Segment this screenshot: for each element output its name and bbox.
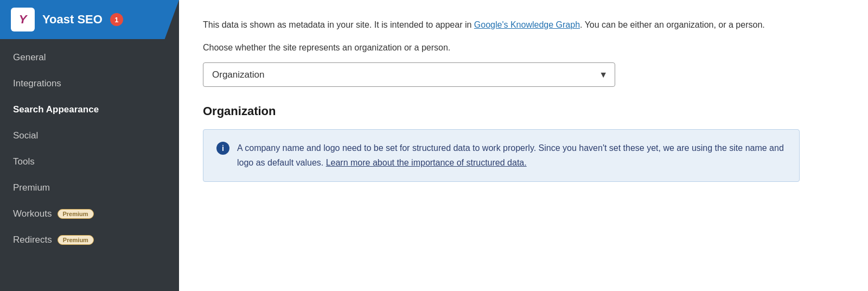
sidebar-item-label: Integrations [13,78,61,89]
sidebar-item-search-appearance[interactable]: Search Appearance [0,97,179,123]
info-box: i A company name and logo need to be set… [203,129,800,181]
sidebar-item-tools[interactable]: Tools [0,149,179,175]
sidebar-item-label: Search Appearance [13,104,99,115]
sidebar-item-label: Premium [13,182,50,193]
sidebar-item-social[interactable]: Social [0,123,179,149]
notification-badge: 1 [110,13,123,26]
sidebar-item-premium[interactable]: Premium [0,175,179,201]
premium-badge: Premium [58,209,94,219]
info-box-text: A company name and logo need to be set f… [237,141,786,170]
premium-badge: Premium [58,235,94,245]
description-text-before-link: This data is shown as metadata in your s… [203,20,474,29]
organization-section-title: Organization [203,104,844,118]
sidebar-item-label: Redirects [13,235,52,245]
select-wrapper: OrganizationPerson ▼ [203,62,615,87]
choose-text: Choose whether the site represents an or… [203,43,844,53]
sidebar-item-label: Tools [13,156,35,167]
info-icon: i [216,142,229,155]
yoast-logo: Y [11,8,35,31]
learn-more-link[interactable]: Learn more about the importance of struc… [326,158,527,167]
sidebar-header: Y Yoast SEO 1 [0,0,179,39]
sidebar-item-redirects[interactable]: RedirectsPremium [0,227,179,253]
description-text-after-link: . You can be either an organization, or … [580,20,765,29]
sidebar-title: Yoast SEO [42,12,103,27]
sidebar-item-integrations[interactable]: Integrations [0,71,179,97]
sidebar-item-label: General [13,52,46,63]
sidebar-nav: GeneralIntegrationsSearch AppearanceSoci… [0,39,179,291]
sidebar-item-general[interactable]: General [0,45,179,71]
knowledge-graph-link[interactable]: Google's Knowledge Graph [474,20,580,29]
main-content: This data is shown as metadata in your s… [179,0,868,291]
organization-select[interactable]: OrganizationPerson [203,62,615,87]
sidebar: Y Yoast SEO 1 GeneralIntegrationsSearch … [0,0,179,291]
description-paragraph: This data is shown as metadata in your s… [203,17,844,32]
sidebar-item-label: Social [13,130,38,141]
sidebar-item-label: Workouts [13,208,52,219]
sidebar-item-workouts[interactable]: WorkoutsPremium [0,201,179,227]
